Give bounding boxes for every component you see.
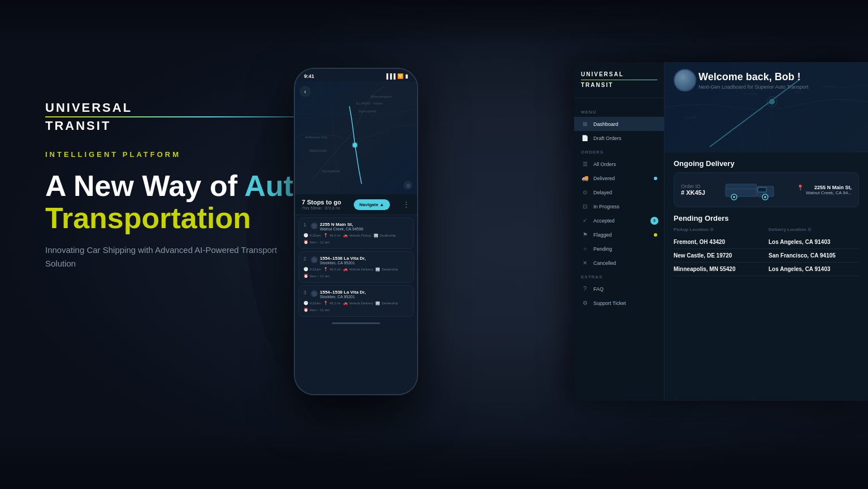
svg-point-15 <box>733 196 735 198</box>
phone-trip-bar: 7 Stops to go 7hrs 53min · 372.8 mi Navi… <box>295 194 417 215</box>
stop-number-2: 2 <box>303 256 306 261</box>
pickup-location-3: Minneapolis, MN 55420 <box>674 266 764 272</box>
sidebar-item-support[interactable]: ⚙ Support Ticket <box>574 296 664 310</box>
delivery-location-2: San Francisco, CA 94105 <box>769 252 859 259</box>
phone-map: ‹ Bloomington ILLINOIS · Urban Springfie… <box>295 81 417 194</box>
top-gradient <box>0 0 868 45</box>
sidebar-item-flagged[interactable]: ⚑ Flagged <box>574 228 664 242</box>
welcome-subtitle: Next-Gen Loadboard for Superior Auto Tra… <box>698 84 859 90</box>
pickup-location-1: Fremont, OH 43420 <box>674 239 764 245</box>
stop-type-1: Vehicle Pickup <box>349 234 371 237</box>
sidebar-item-pending[interactable]: ○ Pending <box>574 242 664 256</box>
ongoing-destination: 📍 2255 N Main St, Walnut Creek, CA 94... <box>797 185 852 195</box>
map-label-jeffcity: Jefferson City <box>305 136 327 139</box>
dashboard-welcome: Welcome back, Bob ! Next-Gen Loadboard f… <box>698 71 859 90</box>
navigate-button[interactable]: Navigate ▲ <box>354 199 390 210</box>
table-row: Fremont, OH 43420 Los Angeles, CA 91403 <box>674 235 859 249</box>
flagged-icon: ⚑ <box>581 232 589 238</box>
draft-orders-icon: 📄 <box>581 135 589 141</box>
faq-icon: ? <box>581 286 589 292</box>
phone-screen: 9:41 ▐▐▐ 🛜 ▮ <box>295 69 417 394</box>
delivered-dot <box>654 177 657 180</box>
stop-hours-1: 9am – 11 am <box>310 241 329 244</box>
svg-text:Springfield: Springfield <box>744 92 757 95</box>
trip-stops-label: 7 Stops to go <box>302 199 341 206</box>
more-options-icon[interactable]: ⋮ <box>402 200 410 209</box>
phone-status-icons: ▐▐▐ 🛜 ▮ <box>385 73 408 79</box>
stop-hours-3: 9am – 11 am <box>310 308 329 312</box>
stop-time-1: 9:22am <box>310 234 321 237</box>
svg-point-2 <box>769 99 775 104</box>
sidebar-label-in-progress: In Progress <box>593 204 619 209</box>
map-label-bloomington: Bloomington <box>371 95 392 98</box>
dashboard-icon: ⊞ <box>581 121 589 127</box>
phone-mockup: 9:41 ▐▐▐ 🛜 ▮ <box>294 68 418 395</box>
stop-icon-2: ⬛ <box>311 256 318 263</box>
list-item: 1 ⬛ 2255 N Main St, Walnut Creek, CA 945… <box>298 217 414 249</box>
delivery-location-3: Los Angeles, CA 91403 <box>769 266 859 272</box>
sidebar-section-orders: ORDERS <box>574 145 664 157</box>
destination-pin-icon: 📍 <box>797 185 804 191</box>
stop-number-3: 3 <box>303 290 306 295</box>
battery-icon: ▮ <box>405 73 408 79</box>
phone-home-indicator <box>332 322 380 324</box>
svg-rect-11 <box>726 184 757 197</box>
avatar <box>674 69 696 91</box>
dashboard-logo-divider <box>581 80 657 80</box>
stop-time-3: 9:22am <box>310 302 321 305</box>
stop-number-1: 1 <box>303 222 306 228</box>
delivered-icon: 🚚 <box>581 175 589 181</box>
dashboard-logo-line2: TRANSIT <box>581 82 657 89</box>
stop-place-3: Dealership <box>381 302 398 305</box>
stop-place-2: Dealership <box>381 268 398 271</box>
ongoing-order-id-label: Order ID <box>681 184 705 189</box>
ongoing-dest-address: 2255 N Main St, <box>806 185 852 190</box>
sidebar-item-cancelled[interactable]: ✕ Cancelled <box>574 256 664 270</box>
sidebar-label-cancelled: Cancelled <box>593 260 616 266</box>
phone-status-bar: 9:41 ▐▐▐ 🛜 ▮ <box>295 69 417 81</box>
pickup-location-2: New Castle, DE 19720 <box>674 252 764 259</box>
stop-time-2: 9:22am <box>310 268 321 271</box>
col-header-delivery: Delivery Location ⊙ <box>769 227 859 232</box>
sidebar-item-delayed[interactable]: ⊙ Delayed <box>574 185 664 199</box>
stop-address-3: 1554–1538 La Vita Dr, <box>320 290 366 295</box>
subtext: Innovating Car Shipping with Advanced AI… <box>45 243 305 270</box>
sidebar-label-accepted: Accepted <box>593 218 615 224</box>
truck-icon <box>723 178 779 201</box>
dashboard-content: Ongoing Delivery Order ID # XK45J <box>665 152 868 401</box>
pending-section-title: Pending Orders <box>674 214 859 222</box>
sidebar-section-menu: MENU <box>574 105 664 117</box>
sidebar-label-delivered: Delivered <box>593 176 615 181</box>
accepted-icon: ✓ <box>581 217 589 224</box>
map-label-springfield-il: Springfield <box>358 110 376 113</box>
sidebar-item-draft-orders[interactable]: 📄 Draft Orders <box>574 131 664 145</box>
stop-address-2: 1554–1538 La Vita Dr, <box>320 256 366 261</box>
sidebar-label-pending: Pending <box>593 246 612 252</box>
map-back-button[interactable]: ‹ <box>300 86 311 97</box>
dashboard-panel: UNIVERSAL TRANSIT MENU ⊞ Dashboard 📄 Dra… <box>574 62 868 401</box>
signal-icon: ▐▐▐ <box>385 73 396 79</box>
stop-city-3: Stockton, CA 95201 <box>320 295 366 299</box>
all-orders-icon: ☰ <box>581 161 589 167</box>
ongoing-section-title: Ongoing Delivery <box>674 159 859 168</box>
sidebar-item-accepted[interactable]: ✓ Accepted 3 <box>574 213 664 228</box>
support-icon: ⚙ <box>581 300 589 306</box>
dashboard-logo: UNIVERSAL TRANSIT <box>574 71 664 98</box>
ongoing-order-number: # XK45J <box>681 189 705 196</box>
pending-table-header: Pickup Location ⊙ Delivery Location ⊙ <box>674 227 859 232</box>
sidebar-item-in-progress[interactable]: ⊡ In Progress <box>574 199 664 213</box>
stop-icon-3: ⬛ <box>311 290 318 297</box>
stop-city-1: Walnut Creek, CA 94596 <box>320 227 363 231</box>
sidebar-item-dashboard[interactable]: ⊞ Dashboard <box>574 117 664 131</box>
sidebar-item-delivered[interactable]: 🚚 Delivered <box>574 171 664 185</box>
trip-detail: 7hrs 53min · 372.8 mi <box>302 206 341 210</box>
sidebar-item-all-orders[interactable]: ☰ All Orders <box>574 157 664 171</box>
stop-place-1: Dealership <box>380 234 396 237</box>
dashboard-sidebar: UNIVERSAL TRANSIT MENU ⊞ Dashboard 📄 Dra… <box>574 62 665 401</box>
delayed-icon: ⊙ <box>581 189 589 195</box>
sidebar-item-faq[interactable]: ? FAQ <box>574 282 664 296</box>
map-label-springfield-mo: Springfield <box>322 169 340 173</box>
stop-dist-1: 49.2 mi <box>329 234 341 237</box>
cancelled-icon: ✕ <box>581 260 589 266</box>
map-label-illinois: ILLINOIS · Urban <box>356 102 383 105</box>
